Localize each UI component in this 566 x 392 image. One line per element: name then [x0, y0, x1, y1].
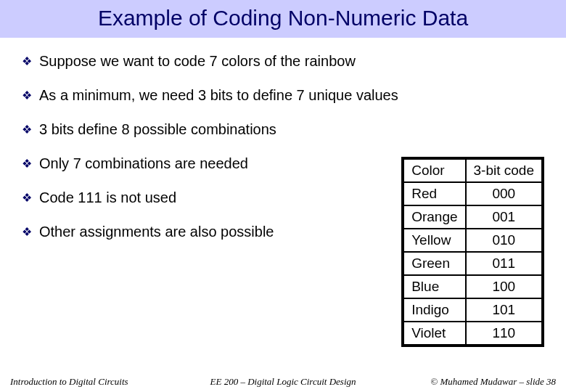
table-row: Indigo 101 — [403, 298, 542, 322]
diamond-icon: ❖ — [22, 123, 32, 136]
slide-content: ❖ Suppose we want to code 7 colors of th… — [0, 38, 566, 241]
diamond-icon: ❖ — [22, 191, 32, 205]
diamond-icon: ❖ — [22, 225, 32, 239]
cell-code: 100 — [466, 275, 542, 298]
table-row: Green 011 — [403, 252, 542, 275]
footer-center: EE 200 – Digital Logic Circuit Design — [192, 376, 374, 388]
footer-left: Introduction to Digital Circuits — [10, 376, 192, 388]
title-bar: Example of Coding Non-Numeric Data — [0, 0, 566, 38]
cell-color: Blue — [403, 275, 465, 298]
table-header-code: 3-bit code — [466, 159, 542, 182]
bullet-text: Suppose we want to code 7 colors of the … — [39, 52, 544, 70]
bullet-item: ❖ Only 7 combinations are needed — [22, 155, 334, 173]
slide-footer: Introduction to Digital Circuits EE 200 … — [0, 376, 566, 388]
diamond-icon: ❖ — [22, 89, 32, 102]
bullet-text: Only 7 combinations are needed — [39, 155, 334, 173]
cell-color: Violet — [403, 322, 465, 345]
slide-title: Example of Coding Non-Numeric Data — [0, 6, 566, 30]
table-row: Red 000 — [403, 182, 542, 205]
cell-color: Orange — [403, 205, 465, 229]
footer-right: © Muhamed Mudawar – slide 38 — [374, 376, 556, 388]
cell-color: Green — [403, 252, 465, 275]
cell-code: 110 — [466, 322, 542, 345]
table-header-row: Color 3-bit code — [403, 159, 542, 182]
cell-color: Red — [403, 182, 465, 205]
table-row: Violet 110 — [403, 322, 542, 345]
bullet-text: 3 bits define 8 possible combinations — [39, 121, 334, 139]
bullet-item: ❖ 3 bits define 8 possible combinations — [22, 121, 334, 139]
table-header-color: Color — [403, 159, 465, 182]
cell-code: 001 — [466, 205, 542, 229]
bullet-text: As a minimum, we need 3 bits to define 7… — [39, 86, 544, 105]
diamond-icon: ❖ — [22, 157, 32, 171]
bullet-item: ❖ Other assignments are also possible — [22, 223, 334, 241]
cell-code: 000 — [466, 182, 542, 205]
diamond-icon: ❖ — [22, 54, 32, 68]
bullet-text: Code 111 is not used — [39, 189, 334, 207]
table-row: Orange 001 — [403, 205, 542, 229]
color-code-table: Color 3-bit code Red 000 Orange 001 Yell… — [401, 157, 544, 347]
bullet-item: ❖ As a minimum, we need 3 bits to define… — [22, 86, 544, 105]
cell-code: 011 — [466, 252, 542, 275]
table-row: Blue 100 — [403, 275, 542, 298]
bullet-item: ❖ Suppose we want to code 7 colors of th… — [22, 52, 544, 70]
cell-color: Indigo — [403, 298, 465, 322]
cell-code: 101 — [466, 298, 542, 322]
cell-code: 010 — [466, 229, 542, 252]
bullet-item: ❖ Code 111 is not used — [22, 189, 334, 207]
table-row: Yellow 010 — [403, 229, 542, 252]
cell-color: Yellow — [403, 229, 465, 252]
bullet-text: Other assignments are also possible — [39, 223, 334, 241]
